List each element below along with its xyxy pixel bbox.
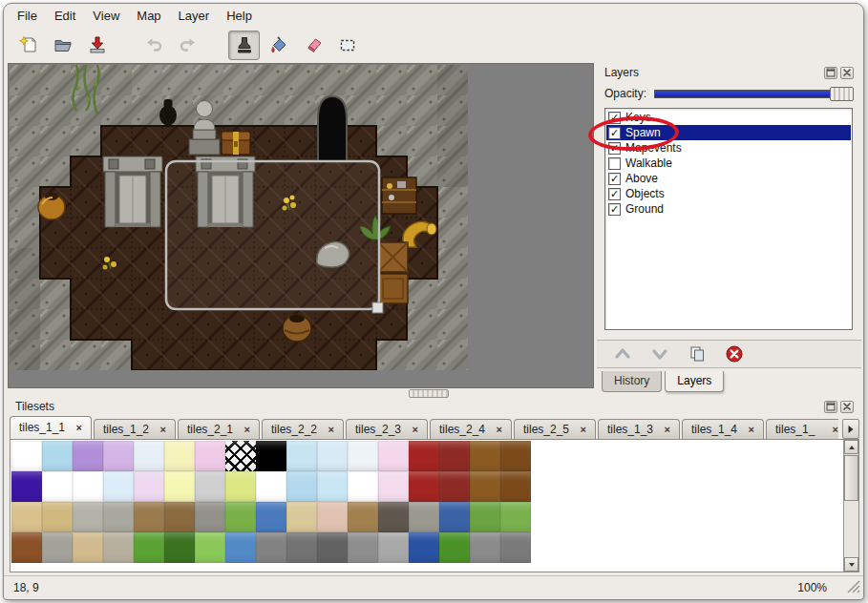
tile-0-7[interactable] xyxy=(225,441,256,471)
scrollbar-thumb[interactable] xyxy=(844,455,858,501)
map-view[interactable] xyxy=(10,65,468,370)
layer-visibility-checkbox[interactable]: ✓ xyxy=(608,173,621,185)
layer-row-spawn[interactable]: ✓Spawn xyxy=(606,125,851,140)
tile-3-4[interactable] xyxy=(134,532,164,563)
tile-2-0[interactable] xyxy=(11,502,42,532)
layer-visibility-checkbox[interactable]: ✓ xyxy=(608,112,621,124)
duplicate-layer-button[interactable] xyxy=(683,343,711,365)
tile-2-1[interactable] xyxy=(42,502,73,532)
layer-visibility-checkbox[interactable]: ✓ xyxy=(608,188,621,200)
layer-visibility-checkbox[interactable]: ✓ xyxy=(608,127,621,139)
tileset-tab-tiles_2_2[interactable]: tiles_2_2× xyxy=(262,419,344,439)
tile-1-0[interactable] xyxy=(11,471,42,502)
tile-1-14[interactable] xyxy=(439,471,470,502)
tileset-tab-tiles_2_3[interactable]: tiles_2_3× xyxy=(346,419,428,439)
tile-1-1[interactable] xyxy=(42,471,73,502)
menu-help[interactable]: Help xyxy=(218,6,261,26)
tile-1-9[interactable] xyxy=(286,471,317,502)
tab-close-icon[interactable]: × xyxy=(581,424,586,435)
eraser-tool-button[interactable] xyxy=(297,31,328,60)
layer-row-above[interactable]: ✓Above xyxy=(606,171,851,186)
tab-close-icon[interactable]: × xyxy=(328,424,334,435)
tile-1-10[interactable] xyxy=(317,471,348,502)
tile-3-6[interactable] xyxy=(195,532,225,563)
opacity-slider-handle[interactable] xyxy=(830,87,854,101)
tile-0-8[interactable] xyxy=(256,441,286,471)
tile-0-11[interactable] xyxy=(348,441,378,471)
scroll-up-button[interactable] xyxy=(844,440,858,454)
resize-grip[interactable] xyxy=(847,580,860,596)
tile-3-1[interactable] xyxy=(42,532,73,563)
tileset-scrollbar[interactable] xyxy=(843,440,858,572)
tile-0-6[interactable] xyxy=(195,441,225,471)
tile-0-3[interactable] xyxy=(103,441,134,471)
tile-3-10[interactable] xyxy=(317,532,348,563)
menu-file[interactable]: File xyxy=(9,6,46,26)
scroll-down-button[interactable] xyxy=(844,557,858,572)
tileset-tab-tiles_1_3[interactable]: tiles_1_3× xyxy=(598,419,680,439)
float-panel-button[interactable] xyxy=(824,401,837,413)
tile-2-10[interactable] xyxy=(317,502,348,532)
layer-visibility-checkbox[interactable]: ✓ xyxy=(608,203,621,216)
selection-tool-button[interactable] xyxy=(331,31,363,60)
tileset-tab-tiles_2_4[interactable]: tiles_2_4× xyxy=(430,419,512,439)
close-panel-button[interactable] xyxy=(840,401,854,413)
tile-1-3[interactable] xyxy=(103,471,134,502)
tile-2-3[interactable] xyxy=(103,502,134,532)
tab-close-icon[interactable]: × xyxy=(244,424,250,435)
tile-2-5[interactable] xyxy=(164,502,195,532)
tileset-tab-tiles_2_5[interactable]: tiles_2_5× xyxy=(514,419,596,439)
tile-0-16[interactable] xyxy=(500,441,531,471)
tileset-tab-tiles_1_[interactable]: tiles_1_× xyxy=(766,419,838,439)
selection-resize-handle[interactable] xyxy=(372,302,383,313)
open-file-button[interactable] xyxy=(47,31,78,60)
tile-2-6[interactable] xyxy=(195,502,225,532)
tile-2-11[interactable] xyxy=(348,502,378,532)
tile-2-4[interactable] xyxy=(134,502,164,532)
tile-3-9[interactable] xyxy=(286,532,317,563)
fill-tool-button[interactable] xyxy=(263,31,294,60)
tile-1-2[interactable] xyxy=(73,471,103,502)
move-layer-down-button[interactable] xyxy=(646,343,674,365)
tileset-tab-tiles_2_1[interactable]: tiles_2_1× xyxy=(178,419,260,439)
menu-edit[interactable]: Edit xyxy=(46,6,84,26)
tile-1-4[interactable] xyxy=(134,471,164,502)
tile-1-16[interactable] xyxy=(500,471,531,502)
layer-row-mapevents[interactable]: ✓Mapevents xyxy=(606,140,851,156)
tile-0-5[interactable] xyxy=(164,441,195,471)
tileset-tab-tiles_1_2[interactable]: tiles_1_2× xyxy=(94,419,176,439)
menu-layer[interactable]: Layer xyxy=(170,6,219,26)
tile-2-16[interactable] xyxy=(500,502,531,532)
layer-row-keys[interactable]: ✓Keys xyxy=(606,110,851,125)
tile-3-15[interactable] xyxy=(470,532,500,563)
tile-0-2[interactable] xyxy=(73,441,103,471)
tile-2-2[interactable] xyxy=(73,502,103,532)
new-file-button[interactable] xyxy=(12,31,44,60)
tile-0-4[interactable] xyxy=(134,441,164,471)
menu-view[interactable]: View xyxy=(84,6,128,26)
tile-3-7[interactable] xyxy=(225,532,256,563)
move-layer-up-button[interactable] xyxy=(608,343,637,365)
tile-1-8[interactable] xyxy=(256,471,286,502)
selection-rectangle[interactable] xyxy=(166,161,383,313)
delete-layer-button[interactable] xyxy=(720,343,749,365)
tile-0-0[interactable] xyxy=(11,441,42,471)
tile-0-1[interactable] xyxy=(42,441,73,471)
tile-2-12[interactable] xyxy=(378,502,409,532)
tile-1-12[interactable] xyxy=(378,471,409,502)
tab-close-icon[interactable]: × xyxy=(413,424,418,435)
save-file-button[interactable] xyxy=(81,31,113,60)
tile-1-5[interactable] xyxy=(164,471,195,502)
tile-0-14[interactable] xyxy=(439,441,470,471)
tile-3-5[interactable] xyxy=(164,532,195,563)
tile-3-3[interactable] xyxy=(103,532,134,563)
tile-1-15[interactable] xyxy=(470,471,500,502)
tab-scroll-right-button[interactable] xyxy=(842,419,859,439)
tile-3-14[interactable] xyxy=(439,532,470,563)
tab-close-icon[interactable]: × xyxy=(76,422,82,433)
tile-1-11[interactable] xyxy=(348,471,378,502)
tile-3-11[interactable] xyxy=(348,532,378,563)
tile-2-14[interactable] xyxy=(439,502,470,532)
tile-3-2[interactable] xyxy=(73,532,103,563)
dock-tab-layers[interactable]: Layers xyxy=(665,371,724,392)
